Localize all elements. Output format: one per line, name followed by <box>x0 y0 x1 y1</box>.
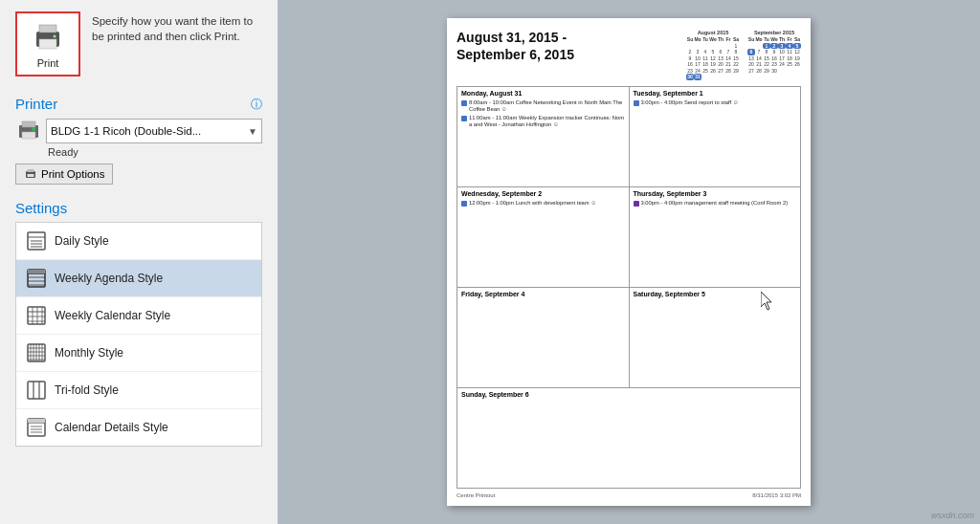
details-style-icon <box>26 417 47 438</box>
mini-cal-august: August 2015 SuMoTuWeThFrSa 1 2345678 910… <box>686 30 740 80</box>
daily-style-label: Daily Style <box>55 234 109 248</box>
mini-cal-august-title: August 2015 <box>686 30 740 35</box>
printer-info-icon[interactable]: ⓘ <box>251 97 262 113</box>
svg-rect-6 <box>22 132 35 139</box>
calendar-title-line2: September 6, 2015 <box>457 47 574 64</box>
watermark: wsxdn.com <box>931 511 974 520</box>
printer-name-box[interactable]: BLDG 1-1 Ricoh (Double-Sid... ▼ <box>46 119 262 143</box>
calendar-preview-page: August 31, 2015 - September 6, 2015 Augu… <box>447 18 811 506</box>
mini-cal-september: September 2015 SuMoTuWeThFrSa 12345 6789… <box>747 30 801 80</box>
style-list: Daily Style Weekly Agenda Style Weekly C… <box>15 222 262 447</box>
event-wednesday-1: 12:00pm - 1:00pm Lunch with development … <box>461 200 625 207</box>
print-icon <box>31 20 65 55</box>
print-label: Print <box>37 57 59 69</box>
calendar-grid: Monday, August 31 8:00am - 10:00am Coffe… <box>457 86 801 490</box>
cell-wednesday-header: Wednesday, September 2 <box>461 190 625 197</box>
event-thursday-1: 3:00pm - 4:00pm management staff meeting… <box>634 200 797 207</box>
style-item-weekly-agenda[interactable]: Weekly Agenda Style <box>16 260 261 297</box>
settings-section: Settings Daily Style Weekly Agenda Style <box>15 196 262 513</box>
weekly-calendar-style-label: Weekly Calendar Style <box>55 309 170 322</box>
style-item-monthly[interactable]: Monthly Style <box>16 335 261 372</box>
calendar-cell-tuesday: Tuesday, September 1 3:00pm - 4:00pm Sen… <box>630 87 802 187</box>
printer-section-title: Printer <box>15 96 57 112</box>
svg-rect-5 <box>22 121 35 127</box>
printer-section: Printer ⓘ BLDG 1-1 Ricoh (Double-Sid... … <box>15 92 262 185</box>
weekly-calendar-style-icon <box>26 305 47 326</box>
daily-style-icon <box>26 230 47 251</box>
calendar-title-line1: August 31, 2015 - <box>457 30 574 47</box>
left-panel: Print Specify how you want the item to b… <box>0 0 278 524</box>
printer-name: BLDG 1-1 Ricoh (Double-Sid... <box>51 125 201 137</box>
monthly-style-icon <box>26 342 47 363</box>
monthly-style-label: Monthly Style <box>55 346 123 360</box>
svg-rect-1 <box>39 25 56 33</box>
printer-small-icon <box>24 167 37 181</box>
event-monday-2: 11:00am - 11:00am Weekly Expansion track… <box>461 115 625 129</box>
mini-cal-september-grid: SuMoTuWeThFrSa 12345 6789101112 13141516… <box>747 36 801 74</box>
calendar-cell-monday: Monday, August 31 8:00am - 10:00am Coffe… <box>457 87 630 187</box>
trifold-style-icon <box>26 380 47 401</box>
cell-friday-header: Friday, September 4 <box>461 291 625 297</box>
svg-rect-45 <box>28 419 45 423</box>
style-item-weekly-calendar[interactable]: Weekly Calendar Style <box>16 297 261 335</box>
footer-left: Centre Printout <box>457 492 495 498</box>
calendar-cell-friday: Friday, September 4 <box>457 288 630 388</box>
event-dot-wednesday <box>461 201 467 207</box>
svg-rect-22 <box>28 270 45 273</box>
printer-info-row: BLDG 1-1 Ricoh (Double-Sid... ▼ <box>15 118 262 144</box>
style-item-trifold[interactable]: Tri-fold Style <box>16 372 261 409</box>
event-tuesday-1: 3:00pm - 4:00pm Send report to staff ☺ <box>634 99 797 107</box>
cell-thursday-header: Thursday, September 3 <box>634 190 797 197</box>
calendar-header: August 31, 2015 - September 6, 2015 Augu… <box>457 30 801 80</box>
svg-marker-49 <box>761 292 771 310</box>
calendar-cell-thursday: Thursday, September 3 3:00pm - 4:00pm ma… <box>630 187 802 288</box>
event-dot-thursday <box>634 201 639 207</box>
print-description: Specify how you want the item to be prin… <box>92 11 262 44</box>
style-item-details[interactable]: Calendar Details Style <box>16 409 261 446</box>
mini-calendars: August 2015 SuMoTuWeThFrSa 1 2345678 910… <box>686 30 801 80</box>
print-options-label: Print Options <box>41 168 104 180</box>
calendar-cell-saturday: Saturday, September 5 <box>630 288 802 388</box>
weekly-agenda-style-label: Weekly Agenda Style <box>55 272 163 285</box>
mini-cal-september-title: September 2015 <box>747 30 801 35</box>
svg-rect-2 <box>39 39 56 49</box>
cell-tuesday-header: Tuesday, September 1 <box>634 90 797 97</box>
trifold-style-label: Tri-fold Style <box>55 383 119 397</box>
svg-rect-40 <box>28 382 45 399</box>
event-monday-1: 8:00am - 10:00am Coffee Networking Event… <box>461 99 625 114</box>
event-dot-blue <box>461 100 467 106</box>
cell-monday-header: Monday, August 31 <box>461 90 625 97</box>
calendar-cell-sunday: Sunday, September 6 <box>457 388 801 489</box>
print-options-button[interactable]: Print Options <box>15 164 113 185</box>
cell-sunday-header: Sunday, September 6 <box>461 391 796 398</box>
printer-device-icon <box>15 118 42 144</box>
details-style-label: Calendar Details Style <box>55 421 168 434</box>
mini-cal-august-grid: SuMoTuWeThFrSa 1 2345678 9101112131415 1… <box>686 36 740 80</box>
printer-status: Ready <box>15 146 262 158</box>
calendar-footer: Centre Printout 8/31/2015 3:02 PM <box>457 492 801 498</box>
weekly-agenda-style-icon <box>26 268 47 289</box>
right-panel: August 31, 2015 - September 6, 2015 Augu… <box>278 0 980 524</box>
print-section: Print Specify how you want the item to b… <box>15 11 262 76</box>
calendar-title: August 31, 2015 - September 6, 2015 <box>457 30 574 63</box>
event-dot-tuesday <box>634 100 639 106</box>
print-button[interactable]: Print <box>15 11 80 76</box>
footer-right: 8/31/2015 3:02 PM <box>752 492 801 498</box>
calendar-cell-wednesday: Wednesday, September 2 12:00pm - 1:00pm … <box>457 187 630 288</box>
style-item-daily[interactable]: Daily Style <box>16 223 261 260</box>
svg-rect-11 <box>28 174 34 177</box>
event-dot-blue-2 <box>461 116 467 121</box>
mouse-cursor <box>761 292 774 311</box>
svg-rect-10 <box>28 169 34 172</box>
dropdown-arrow-icon: ▼ <box>248 126 257 137</box>
svg-point-8 <box>33 128 35 131</box>
settings-section-title: Settings <box>15 200 262 216</box>
svg-point-3 <box>54 34 56 37</box>
